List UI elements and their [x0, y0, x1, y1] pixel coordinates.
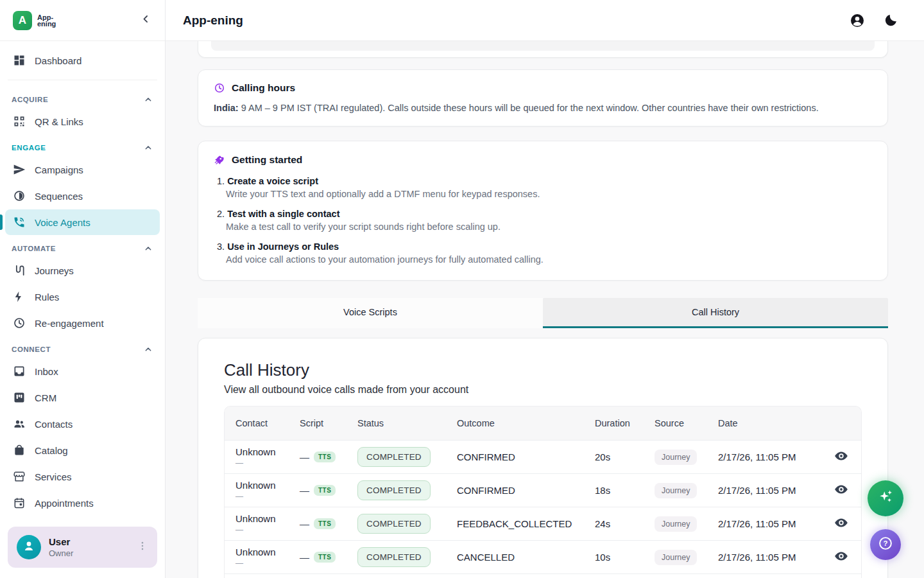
- brand-name: App- ening: [37, 14, 56, 27]
- cell-script: —TTS: [300, 485, 357, 496]
- sidebar-item-rules[interactable]: Rules: [5, 284, 160, 310]
- sidebar-nav: DashboardACQUIREQR & LinksENGAGECampaign…: [0, 41, 165, 516]
- sidebar-item-appointments[interactable]: Appointments: [5, 490, 160, 516]
- tab-call-history[interactable]: Call History: [543, 298, 888, 328]
- sidebar-item-dashboard[interactable]: Dashboard: [5, 48, 160, 73]
- cell-status: COMPLETED: [357, 480, 457, 500]
- sidebar-item-catalog[interactable]: Catalog: [5, 437, 160, 463]
- moon-icon: [883, 19, 898, 30]
- cell-date: 2/17/26, 11:05 PM: [718, 485, 834, 496]
- qr-icon: [13, 115, 26, 128]
- user-name: User: [49, 536, 73, 547]
- cell-date: 2/17/26, 11:05 PM: [718, 552, 834, 563]
- cell-action: [834, 448, 849, 466]
- sidebar-item-services[interactable]: Services: [5, 464, 160, 489]
- view-call-button[interactable]: [834, 482, 849, 497]
- eye-icon: [834, 482, 849, 497]
- view-call-button[interactable]: [834, 448, 849, 464]
- table-row: Unknown——TTSCOMPLETEDCANCELLED10sJourney…: [225, 540, 861, 574]
- topbar-actions: [850, 13, 898, 28]
- column-header-status: Status: [357, 418, 457, 428]
- tab-voice-scripts[interactable]: Voice Scripts: [198, 298, 543, 328]
- store-icon: [13, 470, 26, 483]
- sidebar-item-journeys[interactable]: Journeys: [5, 258, 160, 283]
- page-title: App-ening: [183, 13, 243, 28]
- dark-mode-toggle[interactable]: [883, 13, 898, 28]
- sidebar-item-crm[interactable]: CRM: [5, 385, 160, 410]
- ai-assistant-button[interactable]: [868, 480, 903, 516]
- tts-badge: TTS: [314, 485, 336, 496]
- tts-badge: TTS: [314, 552, 336, 563]
- eye-icon: [834, 548, 849, 564]
- column-header-contact: Contact: [235, 418, 300, 428]
- eye-icon: [834, 515, 849, 530]
- calling-hours-text: India: 9 AM – 9 PM IST (TRAI regulated).…: [214, 103, 872, 113]
- sidebar-section-engage[interactable]: ENGAGE: [5, 135, 160, 157]
- cell-duration: 20s: [595, 451, 654, 462]
- call-history-table: ContactScriptStatusOutcomeDurationSource…: [224, 406, 862, 578]
- sidebar-section-connect[interactable]: CONNECT: [5, 337, 160, 358]
- sidebar-section-automate[interactable]: AUTOMATE: [5, 236, 160, 258]
- cell-script: —TTS: [300, 552, 357, 563]
- column-header-outcome: Outcome: [457, 418, 595, 428]
- table-row: Unknown——TTSFAILEDNO_ANSWER30sJourney2/1…: [225, 574, 861, 578]
- calendar-icon: [13, 496, 26, 509]
- sparkles-icon: [877, 488, 894, 509]
- source-badge: Journey: [654, 450, 697, 465]
- calling-hours-card: Calling hours India: 9 AM – 9 PM IST (TR…: [198, 69, 888, 127]
- cell-date: 2/17/26, 11:05 PM: [718, 451, 834, 462]
- sidebar-section-acquire[interactable]: ACQUIRE: [5, 87, 160, 109]
- column-header-source: Source: [654, 418, 718, 428]
- table-row: Unknown——TTSCOMPLETEDCONFIRMED20sJourney…: [225, 440, 861, 473]
- journeys-icon: [13, 264, 26, 277]
- cell-contact: Unknown—: [235, 480, 300, 501]
- tts-badge: TTS: [314, 518, 336, 529]
- clock-icon: [214, 82, 225, 94]
- user-circle-icon: [850, 19, 865, 30]
- svg-text:?: ?: [884, 539, 888, 547]
- column-header-script: Script: [300, 418, 357, 428]
- account-button[interactable]: [850, 13, 865, 28]
- cell-script: —TTS: [300, 518, 357, 529]
- sidebar-item-inbox[interactable]: Inbox: [5, 358, 160, 384]
- cell-source: Journey: [654, 550, 718, 565]
- sidebar-item-campaigns[interactable]: Campaigns: [5, 157, 160, 182]
- cell-source: Journey: [654, 483, 718, 498]
- sidebar-item-voice-agents[interactable]: Voice Agents: [5, 209, 160, 235]
- help-button[interactable]: ?: [870, 529, 901, 560]
- table-body: Unknown——TTSCOMPLETEDCONFIRMED20sJourney…: [225, 440, 861, 578]
- view-call-button[interactable]: [834, 515, 849, 530]
- user-menu-button[interactable]: [137, 540, 148, 554]
- cell-outcome: CONFIRMED: [457, 485, 595, 496]
- cell-outcome: FEEDBACK_COLLECTED: [457, 518, 595, 529]
- table-row: Unknown——TTSCOMPLETEDFEEDBACK_COLLECTED2…: [225, 507, 861, 540]
- cell-status: COMPLETED: [357, 514, 457, 534]
- user-role: Owner: [49, 548, 73, 558]
- getting-started-step: 2. Test with a single contactMake a test…: [217, 209, 872, 232]
- user-card[interactable]: User Owner: [8, 527, 157, 568]
- bag-icon: [13, 444, 26, 457]
- cell-source: Journey: [654, 450, 718, 465]
- getting-started-step: 3. Use in Journeys or RulesAdd voice cal…: [217, 241, 872, 265]
- view-call-button[interactable]: [834, 548, 849, 564]
- tab-bar: Voice Scripts Call History: [198, 298, 888, 328]
- sidebar-item-sequences[interactable]: Sequences: [5, 183, 160, 209]
- source-badge: Journey: [654, 550, 697, 565]
- sequences-icon: [13, 189, 26, 202]
- sidebar-user-section: User Owner: [0, 519, 165, 578]
- inbox-icon: [13, 365, 26, 378]
- status-badge: COMPLETED: [357, 480, 431, 500]
- sidebar-item-contacts[interactable]: Contacts: [5, 411, 160, 437]
- cell-action: [834, 548, 849, 566]
- calling-hours-title: Calling hours: [232, 82, 295, 94]
- cell-action: [834, 482, 849, 499]
- call-history-subtitle: View all outbound voice calls made from …: [224, 384, 862, 396]
- sidebar-item-qr-links[interactable]: QR & Links: [5, 109, 160, 134]
- sidebar-collapse-button[interactable]: [139, 13, 155, 28]
- call-history-panel: Call History View all outbound voice cal…: [198, 338, 888, 578]
- calling-hours-country: India:: [214, 103, 239, 113]
- eye-icon: [834, 448, 849, 464]
- cell-outcome: CANCELLED: [457, 552, 595, 563]
- chevron-up-icon: [143, 143, 153, 153]
- sidebar-item-re-engagement[interactable]: Re-engagement: [5, 310, 160, 336]
